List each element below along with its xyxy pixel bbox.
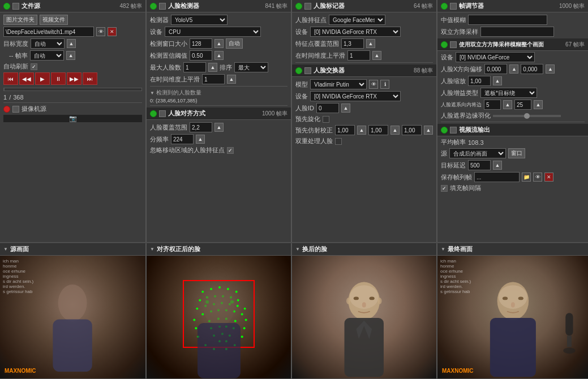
median-slider-input[interactable] xyxy=(468,15,547,25)
check-marker[interactable] xyxy=(304,3,311,10)
pause-btn[interactable]: ⏸ xyxy=(51,72,66,85)
progress-bar[interactable] xyxy=(3,88,142,91)
folder-icon[interactable]: 📁 xyxy=(522,173,531,182)
face-x2-up[interactable]: ▲ xyxy=(546,64,555,74)
eye-icon[interactable]: 👁 xyxy=(96,27,105,36)
bilateral-slider-input[interactable] xyxy=(480,27,554,37)
face-id-input[interactable] xyxy=(316,103,339,113)
play-btn[interactable]: ▶ xyxy=(35,72,50,85)
double-checkbox[interactable] xyxy=(335,138,342,145)
power-btn-marker[interactable] xyxy=(295,3,302,10)
delay-up[interactable]: ▲ xyxy=(493,161,502,170)
delay-input[interactable] xyxy=(468,160,491,170)
save-path-input[interactable] xyxy=(474,172,520,182)
max-faces-up[interactable]: ▲ xyxy=(208,63,217,72)
power-btn-bicubic[interactable] xyxy=(441,41,448,48)
marker-device-select[interactable]: [0] NVIDIA GeForce RTX xyxy=(310,27,401,37)
out2-up[interactable]: ▲ xyxy=(534,100,543,109)
smooth-adj-slider[interactable] xyxy=(493,115,561,117)
face-scale-up[interactable]: ▲ xyxy=(493,76,502,85)
check-bicubic[interactable] xyxy=(450,41,457,48)
marker-coverage-input[interactable] xyxy=(341,38,364,49)
max-faces-input[interactable] xyxy=(183,62,206,72)
coverage-up[interactable]: ▲ xyxy=(214,123,224,132)
smooth-input[interactable] xyxy=(202,74,225,84)
power-btn-align[interactable] xyxy=(150,110,157,117)
check-adj[interactable] xyxy=(450,3,457,10)
close-icon[interactable]: ✕ xyxy=(108,27,117,36)
next-btn[interactable]: ▶▶ xyxy=(67,72,81,85)
face-x2-input[interactable] xyxy=(521,64,543,74)
out1-up[interactable]: ▲ xyxy=(503,100,512,109)
window-size-input[interactable] xyxy=(190,38,212,49)
fill-gaps-checkbox[interactable] xyxy=(441,185,448,192)
ignore-move-checkbox[interactable] xyxy=(227,147,234,154)
power-btn-face-det[interactable] xyxy=(150,3,157,10)
check-face-det[interactable] xyxy=(159,3,166,10)
subsample-input[interactable] xyxy=(171,134,194,144)
check-camera[interactable] xyxy=(12,106,19,113)
skip-end-btn[interactable]: ⏭ xyxy=(83,72,97,85)
landmark-select[interactable]: Google FaceMesh xyxy=(329,15,385,25)
marker-smooth-input[interactable] xyxy=(347,50,370,61)
file-path-row: 👁 ✕ xyxy=(3,27,142,37)
save-eye-icon[interactable]: 👁 xyxy=(533,173,542,182)
prev-btn[interactable]: ◀◀ xyxy=(19,72,34,85)
power-btn-adj[interactable] xyxy=(441,3,448,10)
check-source[interactable] xyxy=(12,3,19,10)
threshold-up[interactable]: ▲ xyxy=(214,51,224,60)
auto-window-btn[interactable]: 自动 xyxy=(226,38,243,49)
tab-image-folder[interactable]: 图片文件夹 xyxy=(3,15,37,25)
morph-y-up[interactable]: ▲ xyxy=(390,126,400,135)
outward-val1[interactable] xyxy=(484,100,501,110)
stream-source-select[interactable]: 合成后的画面 xyxy=(449,148,506,158)
morph-y-input[interactable] xyxy=(368,125,388,135)
panel-frame-adj-header: 帧调节器 1000 帧率 xyxy=(437,0,588,12)
target-width-up[interactable]: ▲ xyxy=(67,39,76,48)
skip-start-btn[interactable]: ⏮ xyxy=(3,72,18,85)
check-stream[interactable] xyxy=(450,127,457,133)
outward-val2[interactable] xyxy=(514,100,531,110)
model-select[interactable]: Vladimir Putin xyxy=(310,79,367,89)
subsample-up[interactable]: ▲ xyxy=(196,135,205,144)
fps-up[interactable]: ▲ xyxy=(66,51,75,60)
auto-feed-checkbox[interactable] xyxy=(31,63,37,70)
face-id-up[interactable]: ▲ xyxy=(341,104,350,113)
morph-z-input[interactable] xyxy=(402,125,422,135)
model-info-icon[interactable]: ℹ xyxy=(380,80,389,89)
fps-select[interactable]: 自动 xyxy=(30,50,64,61)
marker-smooth-up[interactable]: ▲ xyxy=(372,51,381,60)
tab-video-file[interactable]: 视频文件 xyxy=(40,15,68,25)
enhance-select[interactable]: 遮板*目标绕 xyxy=(480,88,537,98)
window-btn[interactable]: 窗口 xyxy=(508,148,525,158)
device-select[interactable]: CPU xyxy=(165,27,261,37)
detector-select[interactable]: YoloV5 xyxy=(171,15,228,25)
smooth-up[interactable]: ▲ xyxy=(227,75,236,84)
sw-device-select[interactable]: [0] NVIDIA GeForce RTX xyxy=(310,91,401,101)
marker-coverage-up[interactable]: ▲ xyxy=(366,39,375,48)
model-eye-icon[interactable]: 👁 xyxy=(369,80,378,89)
file-path-input[interactable] xyxy=(3,27,94,37)
check-swapper[interactable] xyxy=(304,67,311,74)
face-x-input[interactable] xyxy=(484,64,507,74)
target-width-select[interactable]: 自动 xyxy=(31,38,65,49)
window-up[interactable]: ▲ xyxy=(214,39,224,48)
face-x-up[interactable]: ▲ xyxy=(509,64,518,74)
morph-x-input[interactable] xyxy=(335,125,355,135)
power-btn-camera[interactable] xyxy=(3,106,10,113)
check-align[interactable] xyxy=(159,110,166,117)
current-frame: 1 xyxy=(3,94,7,101)
coverage-input[interactable] xyxy=(190,122,212,132)
adj-device-select[interactable]: [0] NVIDIA GeForce xyxy=(456,52,535,62)
power-btn-source[interactable] xyxy=(3,3,10,10)
power-btn-stream[interactable] xyxy=(441,127,448,133)
save-close-icon[interactable]: ✕ xyxy=(544,173,553,182)
auto-feed-row: 自动刷新 xyxy=(3,62,142,71)
morph-z-up[interactable]: ▲ xyxy=(424,126,433,135)
sort-select[interactable]: 最大 xyxy=(234,62,268,72)
power-btn-swapper[interactable] xyxy=(295,67,302,74)
threshold-input[interactable] xyxy=(190,50,212,61)
prerotate-checkbox[interactable] xyxy=(323,116,329,123)
face-scale-input[interactable] xyxy=(468,76,491,86)
morph-x-up[interactable]: ▲ xyxy=(357,126,366,135)
